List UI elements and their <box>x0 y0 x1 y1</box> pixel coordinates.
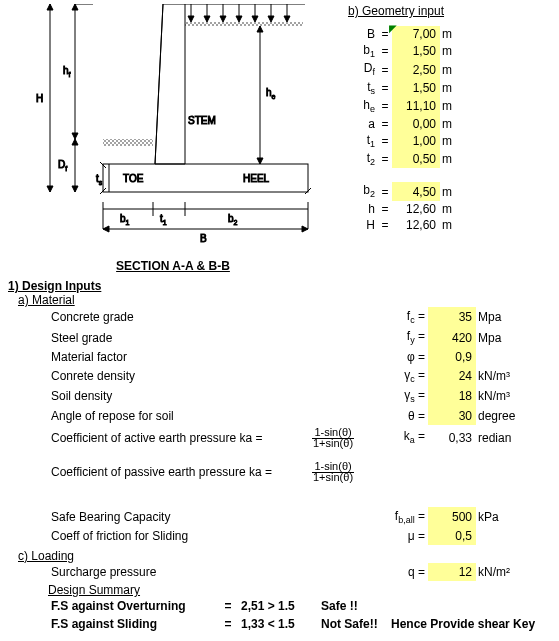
geometry-table-2: b2=4,50mh=12,60mH=12,60m <box>348 182 455 232</box>
geometry-table: B=◤7,00mb1=1,50mDf=2,50mts=1,50mhe=11,10… <box>348 26 455 168</box>
svg-line-16 <box>155 4 163 164</box>
svg-rect-19 <box>103 139 153 146</box>
summary-table: F.S against Overturning=2,51 > 1.5Safe !… <box>48 597 559 633</box>
svg-marker-39 <box>257 26 263 32</box>
material-table: Concrete gradefc =35MpaSteel gradefy =42… <box>48 307 559 425</box>
svg-marker-34 <box>72 186 78 192</box>
svg-text:Df: Df <box>58 159 67 172</box>
svg-marker-54 <box>103 226 109 232</box>
svg-text:hf: hf <box>63 65 71 78</box>
svg-text:he: he <box>266 87 276 100</box>
surcharge-row: Surcharge pressureq =12kN/m² <box>48 563 559 581</box>
section-title: SECTION A-A & B-B <box>8 259 338 273</box>
design-inputs-heading: 1) Design Inputs <box>8 279 551 293</box>
svg-marker-10 <box>252 16 258 22</box>
svg-marker-8 <box>236 16 242 22</box>
svg-text:b1: b1 <box>120 213 130 226</box>
svg-marker-29 <box>72 4 78 10</box>
svg-marker-2 <box>188 16 194 22</box>
svg-marker-25 <box>47 4 53 10</box>
svg-text:HEEL: HEEL <box>243 173 270 184</box>
svg-marker-14 <box>284 16 290 22</box>
svg-marker-12 <box>268 16 274 22</box>
svg-marker-40 <box>257 158 263 164</box>
svg-text:H: H <box>36 93 43 104</box>
svg-marker-55 <box>302 226 308 232</box>
sbc-row: Safe Bearing Capacityfb,all =500kPaCoeff… <box>48 507 559 545</box>
loading-heading: c) Loading <box>18 549 551 563</box>
svg-text:b2: b2 <box>228 213 238 226</box>
svg-marker-33 <box>72 139 78 145</box>
svg-rect-18 <box>185 22 303 26</box>
svg-marker-4 <box>204 16 210 22</box>
kp-row: Coefficient of passive earth pressure ka… <box>48 459 559 485</box>
geometry-heading: b) Geometry input <box>348 4 551 18</box>
svg-text:t1: t1 <box>160 213 167 226</box>
svg-marker-26 <box>47 186 53 192</box>
summary-heading: Design Summary <box>48 583 551 597</box>
section-diagram: a H hf Df ts he S <box>8 4 338 254</box>
svg-text:STEM: STEM <box>188 115 216 126</box>
svg-text:ts: ts <box>96 173 103 186</box>
svg-text:B: B <box>200 233 207 244</box>
svg-text:TOE: TOE <box>123 173 144 184</box>
material-heading: a) Material <box>18 293 551 307</box>
svg-marker-6 <box>220 16 226 22</box>
ka-row: Coefficient of active earth pressure ka … <box>48 425 559 451</box>
